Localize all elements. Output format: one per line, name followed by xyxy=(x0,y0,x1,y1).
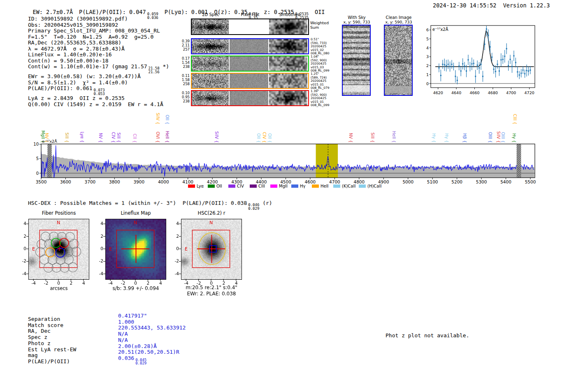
legend-label-1: OII xyxy=(216,184,222,188)
data-point xyxy=(446,65,447,66)
col-title-smoothed: Smoothed xyxy=(270,12,309,17)
fiber-stat: 0.39 xyxy=(176,39,190,43)
flux-unit-label: e⁻¹⁷x2Å xyxy=(42,139,57,144)
match-table-values: 0.417917"1.000220.553443, 53.633912N/AN/… xyxy=(118,313,186,365)
data-point xyxy=(482,76,483,77)
info-line: Primary Spec_Slot_IFU_AMP: 008_093_054_R… xyxy=(28,28,169,34)
info-line: Cont(n) = 9.50(±0.00)e-18 xyxy=(28,58,169,64)
data-point xyxy=(497,64,498,65)
match-table-value: 1.000 xyxy=(118,319,186,325)
y-tick-label: 10 xyxy=(33,142,39,146)
fiber-stat: 2.11 xyxy=(176,43,190,47)
spectrum-plot-area xyxy=(41,144,535,179)
text-segment: EWr = 3.90(±0.58) (w: 3.20(±0.47))Å xyxy=(28,73,141,79)
x-tick-label: 3700 xyxy=(85,179,96,184)
data-point xyxy=(500,59,502,60)
x-tick-label: 0 xyxy=(206,281,217,285)
pixel-flat-strip xyxy=(230,39,268,53)
clean-image xyxy=(385,26,412,95)
data-point xyxy=(460,70,462,72)
y-tick-label: -2 xyxy=(170,258,179,263)
y-tick-label: 2 xyxy=(426,63,429,68)
line-label-cii: CII { xyxy=(132,134,137,143)
match-table-label: mag xyxy=(28,353,76,359)
clean-image-frame xyxy=(384,25,413,96)
data-point xyxy=(493,69,495,70)
spec2d-row-fiber-id: 1.25"(589, 724)20200425v015_01008_RL_079 xyxy=(311,72,340,90)
plae-poii-value: P(LAE)/P(OII): 0.047 xyxy=(79,9,146,15)
x-tick-label: 4 xyxy=(78,281,89,285)
selected-fiber-circle xyxy=(56,248,65,257)
masked-region-hatch xyxy=(47,144,51,178)
y-tick-label: 0 xyxy=(17,246,26,251)
line-label-civ: CIV { xyxy=(262,132,267,143)
data-point xyxy=(519,74,520,76)
x-tick-label: 3600 xyxy=(60,179,71,184)
spec2d-row-fiber-id: 0.51"(590, 733)20200425v015_02008_RL_080 xyxy=(311,38,340,56)
y-tick-label: -4 xyxy=(17,271,26,276)
hsc-cutout-panel: NE xyxy=(181,219,242,280)
legend-label-3: CIII xyxy=(258,184,265,188)
info-line: RA,Dec (220.553635,53.633888) xyxy=(28,40,169,46)
info-line: P(LAE)/P(OII): 0.0610.0730.053 xyxy=(28,86,169,95)
match-table-label: RA, Dec xyxy=(28,328,76,334)
data-point xyxy=(442,64,443,65)
data-point xyxy=(466,70,467,72)
match-table-label: Est LyA rest-EW xyxy=(28,347,76,353)
y-tick-label: 0 xyxy=(170,246,179,251)
data-point xyxy=(502,59,504,60)
x-tick-label: -4 xyxy=(105,281,116,285)
match-table-value: 20.51(20.50,20.51)R xyxy=(118,349,186,355)
data-point xyxy=(504,56,505,57)
x-tick-label: -4 xyxy=(181,281,192,285)
line-label-siii: SiII { xyxy=(65,132,69,143)
pixel-flat-strip xyxy=(230,74,268,88)
line-label-hβ: Hβ { xyxy=(462,133,467,143)
x-tick-label: 5400 xyxy=(500,179,511,184)
line-label-nv: NV { xyxy=(98,133,103,143)
y-tick-label: 4 xyxy=(17,221,26,226)
x-tick-label: 0 xyxy=(53,281,65,285)
fiber-circle xyxy=(68,263,77,272)
x-tick-label: 3900 xyxy=(133,179,144,184)
line-label-oiii: OIII { xyxy=(501,132,505,143)
y-tick-label: 4 xyxy=(94,221,103,226)
x-tick-label: 4720 xyxy=(525,90,534,95)
legend-swatch-7 xyxy=(333,185,340,188)
spec2d-row xyxy=(191,38,309,54)
spec2d-strip xyxy=(192,56,229,71)
hsc-cutout-title: HSC(26.2) r xyxy=(181,210,242,216)
with-sky-image xyxy=(343,26,370,95)
data-point xyxy=(457,80,458,81)
east-label: E xyxy=(109,246,112,252)
fiber-xaxis-label: arcsecs xyxy=(28,285,89,291)
line-label-oii: OII { xyxy=(256,133,261,143)
spec2d-row-fiber-stats: 0.111.58258 xyxy=(176,74,190,86)
data-point xyxy=(495,71,496,72)
fiber-positions-panel: NE xyxy=(28,219,89,280)
classification-label: OII xyxy=(315,9,325,15)
line-label-lyα: Lyα { xyxy=(80,132,84,143)
text-segment: LyA z = 2.8439 OII z = 0.2535 xyxy=(28,95,125,101)
range-sup-sub: 0.0730.053 xyxy=(94,88,105,95)
text-segment: Q(0.00) CIV (1549) z = 2.0159 EW r = 4.1… xyxy=(28,101,163,107)
smoothed-strip xyxy=(269,91,307,105)
x-tick-label: 3800 xyxy=(109,179,120,184)
text-segment: HSC-DEX : Possible Matches = 1 (within +… xyxy=(28,200,247,206)
info-line: LyA z = 2.8439 OII z = 0.2535 xyxy=(28,95,169,102)
x-tick-label: 2 xyxy=(142,281,154,285)
x-tick-label: 4680 xyxy=(488,90,498,95)
line-label-nv: NV { xyxy=(348,133,353,143)
y-tick-label: -4 xyxy=(170,271,179,276)
x-tick-label: 5500 xyxy=(525,179,536,184)
detection-info-block: ID: 3090159892 (3090159892.pdf)Obs: 2020… xyxy=(28,16,169,108)
fiber-stat: 257 xyxy=(176,47,190,51)
legend-label-6: HeII xyxy=(321,184,329,188)
y-tick-label: 2 xyxy=(170,234,179,239)
text-segment: Primary Spec_Slot_IFU_AMP: 008_093_054_R… xyxy=(28,28,160,34)
x-tick-label: 3500 xyxy=(36,179,47,184)
legend-swatch-1 xyxy=(208,185,215,188)
info-line: S/N = 8.5(±1.2) χ² = 1.4(±0.0) xyxy=(28,80,169,86)
text-segment: S/N = 8.5(±1.2) χ² = 1.4(±0.0) xyxy=(28,79,128,86)
fiber-positions-overlay: NE xyxy=(25,216,93,283)
